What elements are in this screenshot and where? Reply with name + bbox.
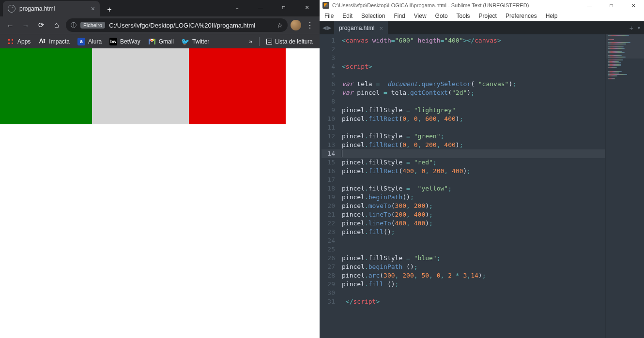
minimap[interactable] bbox=[605, 34, 644, 338]
bookmark-label: Apps bbox=[17, 38, 31, 45]
minimize-button[interactable]: — bbox=[579, 0, 600, 11]
impacta-icon: ɅI bbox=[38, 38, 46, 45]
bookmark-label: Gmail bbox=[159, 38, 174, 45]
address-bar-row: ← → ⟳ ⌂ ⓘ Ficheiro C:/Users/lvfgo/Deskto… bbox=[0, 16, 320, 34]
menu-project[interactable]: Project bbox=[475, 12, 501, 20]
reload-button[interactable]: ⟳ bbox=[35, 19, 47, 31]
bookmark-star-icon[interactable]: ☆ bbox=[277, 22, 283, 29]
canvas-rect bbox=[92, 48, 189, 124]
browser-tab[interactable]: progama.html × bbox=[3, 1, 100, 16]
page-viewport bbox=[0, 48, 320, 338]
tab-close-icon[interactable]: × bbox=[91, 5, 95, 12]
betway-icon: bw bbox=[109, 38, 117, 45]
tab-dropdown-icon[interactable]: ▼ bbox=[637, 21, 641, 34]
bookmark-twitter[interactable]: 🐦Twitter bbox=[179, 36, 212, 47]
close-window-button[interactable]: ✕ bbox=[622, 0, 644, 11]
menu-selection[interactable]: Selection bbox=[357, 12, 389, 20]
bookmarks-overflow[interactable]: » bbox=[246, 38, 255, 45]
bookmark-label: Lista de leitura bbox=[275, 38, 313, 45]
chrome-window-controls: ⌄ — □ ✕ bbox=[227, 0, 318, 15]
alura-icon: a bbox=[77, 38, 85, 45]
tab-title: progama.html bbox=[19, 5, 87, 12]
menu-goto[interactable]: Goto bbox=[431, 12, 452, 20]
tab-forward-icon[interactable]: ▶ bbox=[327, 25, 331, 31]
code-area[interactable]: <canvas width="600" heigth="400"></canva… bbox=[340, 34, 605, 338]
site-info-icon[interactable]: ⓘ bbox=[71, 21, 77, 29]
omnibox[interactable]: ⓘ Ficheiro C:/Users/lvfgo/Desktop/LOGICA… bbox=[66, 18, 288, 32]
menu-help[interactable]: Help bbox=[542, 12, 562, 20]
bookmarks-bar: Apps ɅIImpacta aAlura bwBetWay Gmail 🐦Tw… bbox=[0, 34, 320, 48]
sublime-text-window: C:\Users\lvfgo\Desktop\LOGICA II\progama… bbox=[320, 0, 644, 338]
chrome-browser: progama.html × + ⌄ — □ ✕ ← → ⟳ ⌂ ⓘ Fiche… bbox=[0, 0, 320, 338]
bookmark-label: BetWay bbox=[120, 38, 140, 45]
canvas-output bbox=[0, 48, 286, 124]
divider bbox=[259, 37, 260, 46]
sublime-tabbar: ◀ ▶ progama.html × + ▼ bbox=[320, 21, 644, 34]
maximize-button[interactable]: □ bbox=[273, 0, 294, 15]
gmail-icon bbox=[148, 38, 156, 45]
menu-tools[interactable]: Tools bbox=[453, 12, 474, 20]
window-title: C:\Users\lvfgo\Desktop\LOGICA II\progama… bbox=[332, 2, 529, 8]
chrome-top: progama.html × + ⌄ — □ ✕ ← → ⟳ ⌂ ⓘ Fiche… bbox=[0, 0, 320, 48]
close-window-button[interactable]: ✕ bbox=[296, 0, 318, 15]
sublime-titlebar[interactable]: C:\Users\lvfgo\Desktop\LOGICA II\progama… bbox=[320, 0, 644, 11]
back-button[interactable]: ← bbox=[4, 19, 16, 31]
account-dropdown-icon[interactable]: ⌄ bbox=[227, 0, 248, 15]
editor-tab-title: progama.html bbox=[339, 25, 374, 31]
home-button[interactable]: ⌂ bbox=[50, 19, 63, 31]
menu-view[interactable]: View bbox=[410, 12, 430, 20]
menu-preferences[interactable]: Preferences bbox=[502, 12, 541, 20]
editor-tab[interactable]: progama.html × bbox=[334, 21, 388, 34]
url-scheme-chip: Ficheiro bbox=[80, 22, 105, 29]
sublime-window-controls: — □ ✕ bbox=[579, 0, 644, 11]
globe-icon bbox=[8, 5, 15, 13]
line-gutter[interactable]: 1234567891011121314151617181920212223242… bbox=[320, 34, 340, 338]
tab-history-nav: ◀ ▶ bbox=[320, 21, 334, 34]
url-text: C:/Users/lvfgo/Desktop/LOGICA%20II/proga… bbox=[109, 22, 255, 29]
tab-back-icon[interactable]: ◀ bbox=[322, 25, 326, 31]
bookmark-gmail[interactable]: Gmail bbox=[145, 36, 177, 47]
bookmark-betway[interactable]: bwBetWay bbox=[107, 36, 143, 47]
forward-button[interactable]: → bbox=[19, 19, 32, 31]
canvas-rect bbox=[189, 48, 286, 124]
reading-list-icon bbox=[266, 39, 272, 44]
apps-grid-icon bbox=[7, 38, 15, 45]
menu-edit[interactable]: Edit bbox=[338, 12, 356, 20]
bookmark-alura[interactable]: aAlura bbox=[75, 36, 105, 47]
bookmark-label: Impacta bbox=[49, 38, 70, 45]
new-tab-icon[interactable]: + bbox=[629, 21, 633, 34]
new-tab-button[interactable]: + bbox=[103, 3, 116, 16]
chrome-menu-button[interactable]: ⋮ bbox=[304, 21, 316, 30]
maximize-button[interactable]: □ bbox=[600, 0, 622, 11]
canvas-rect bbox=[0, 48, 92, 124]
tab-strip: progama.html × + ⌄ — □ ✕ bbox=[0, 0, 320, 16]
minimize-button[interactable]: — bbox=[250, 0, 271, 15]
profile-avatar[interactable] bbox=[291, 20, 301, 30]
reading-list-button[interactable]: Lista de leitura bbox=[263, 36, 316, 47]
twitter-icon: 🐦 bbox=[182, 38, 189, 45]
sublime-app-icon bbox=[322, 2, 329, 9]
bookmark-label: Twitter bbox=[192, 38, 209, 45]
bookmark-apps[interactable]: Apps bbox=[4, 36, 33, 47]
editor-body: 1234567891011121314151617181920212223242… bbox=[320, 34, 644, 338]
bookmark-impacta[interactable]: ɅIImpacta bbox=[35, 36, 73, 47]
tab-close-icon[interactable]: × bbox=[379, 25, 383, 32]
bookmark-label: Alura bbox=[88, 38, 102, 45]
menu-file[interactable]: File bbox=[321, 12, 337, 20]
sublime-menubar: FileEditSelectionFindViewGotoToolsProjec… bbox=[320, 11, 644, 21]
menu-find[interactable]: Find bbox=[390, 12, 409, 20]
